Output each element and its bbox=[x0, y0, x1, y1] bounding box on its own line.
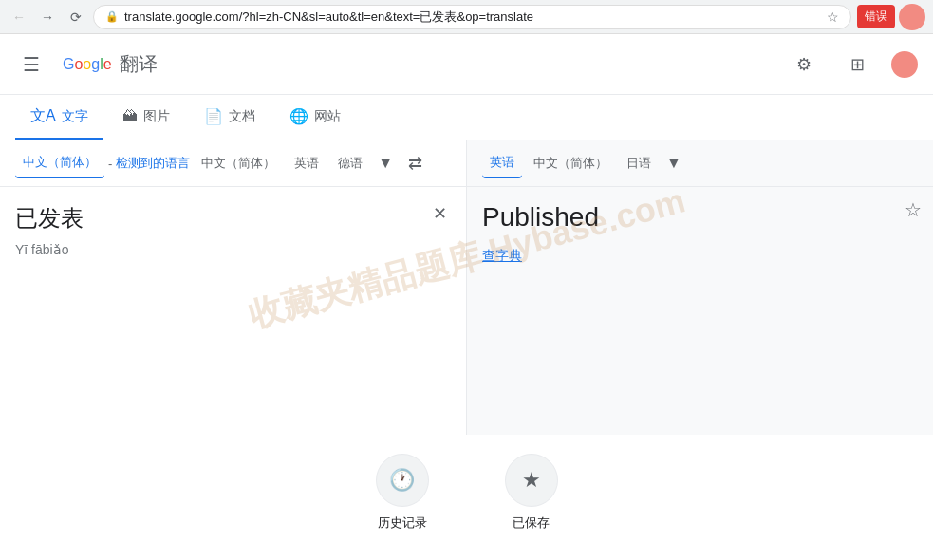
tab-text-label: 文字 bbox=[62, 108, 88, 125]
tab-website[interactable]: 🌐 网站 bbox=[274, 96, 356, 140]
tab-website-label: 网站 bbox=[314, 108, 341, 125]
saved-label: 已保存 bbox=[513, 514, 550, 532]
back-button[interactable]: ← bbox=[8, 6, 30, 28]
settings-button[interactable]: ⚙ bbox=[785, 46, 823, 84]
app-title: 翻译 bbox=[120, 51, 158, 77]
tab-text[interactable]: 文A 文字 bbox=[15, 95, 103, 140]
tab-document-label: 文档 bbox=[229, 108, 255, 125]
saved-icon: ★ bbox=[505, 454, 558, 507]
logo-area: Google 翻译 bbox=[63, 51, 158, 77]
image-icon: 🏔 bbox=[122, 108, 138, 125]
app-header: ☰ Google 翻译 ⚙ ⊞ bbox=[0, 34, 933, 95]
target-lang-english[interactable]: 英语 bbox=[482, 148, 522, 178]
favorite-button[interactable]: ☆ bbox=[905, 198, 922, 221]
menu-button[interactable]: ☰ bbox=[15, 46, 47, 84]
source-lang-english[interactable]: 英语 bbox=[287, 149, 327, 177]
bookmark-icon: ☆ bbox=[827, 9, 839, 25]
source-lang-chinese[interactable]: 中文（简体） bbox=[15, 148, 104, 178]
target-lang-more[interactable]: ▼ bbox=[662, 151, 685, 176]
saved-item[interactable]: ★ 已保存 bbox=[505, 454, 558, 532]
tab-row: 文A 文字 🏔 图片 📄 文档 🌐 网站 bbox=[0, 95, 933, 140]
tab-image-label: 图片 bbox=[143, 108, 170, 125]
result-text: Published bbox=[482, 202, 918, 233]
website-icon: 🌐 bbox=[289, 107, 308, 125]
source-lang-german[interactable]: 德语 bbox=[330, 149, 370, 177]
document-icon: 📄 bbox=[204, 107, 223, 125]
romanization: Yī fābiǎo bbox=[15, 242, 451, 257]
history-icon: 🕐 bbox=[376, 454, 429, 507]
history-item[interactable]: 🕐 历史记录 bbox=[376, 454, 429, 532]
target-lang-chinese[interactable]: 中文（简体） bbox=[526, 149, 615, 177]
google-logo: Google bbox=[63, 56, 112, 73]
url-text: translate.google.com/?hl=zh-CN&sl=auto&t… bbox=[124, 9, 821, 26]
source-text: 已发表 bbox=[15, 202, 451, 234]
user-avatar bbox=[899, 4, 925, 30]
browser-chrome: ← → ⟳ 🔒 translate.google.com/?hl=zh-CN&s… bbox=[0, 0, 933, 34]
target-lang-bar: 英语 中文（简体） 日语 ▼ bbox=[467, 140, 933, 187]
detected-label: 检测到的语言 bbox=[116, 155, 190, 172]
browser-actions: 错误 bbox=[857, 4, 925, 30]
source-lang-more[interactable]: ▼ bbox=[374, 151, 397, 176]
address-bar[interactable]: 🔒 translate.google.com/?hl=zh-CN&sl=auto… bbox=[93, 5, 851, 29]
history-label: 历史记录 bbox=[378, 514, 427, 532]
source-lang-chinese2[interactable]: 中文（简体） bbox=[194, 149, 283, 177]
tab-image[interactable]: 🏔 图片 bbox=[107, 97, 185, 140]
apps-button[interactable]: ⊞ bbox=[838, 46, 876, 84]
forward-button[interactable]: → bbox=[36, 6, 59, 28]
clear-button[interactable]: ✕ bbox=[424, 198, 455, 229]
target-lang-japanese[interactable]: 日语 bbox=[619, 149, 659, 177]
error-button[interactable]: 错误 bbox=[857, 5, 895, 28]
source-lang-bar: 中文（简体） - 检测到的语言 中文（简体） 英语 德语 ▼ ⇄ bbox=[0, 140, 466, 187]
tab-document[interactable]: 📄 文档 bbox=[189, 96, 271, 140]
swap-languages-button[interactable]: ⇄ bbox=[408, 153, 422, 174]
reload-button[interactable]: ⟳ bbox=[65, 6, 87, 28]
user-avatar-header[interactable] bbox=[891, 51, 918, 78]
text-icon: 文A bbox=[30, 106, 56, 126]
bottom-area: 🕐 历史记录 ★ 已保存 bbox=[0, 435, 933, 560]
dictionary-link[interactable]: 查字典 bbox=[482, 248, 522, 265]
lock-icon: 🔒 bbox=[105, 10, 119, 23]
